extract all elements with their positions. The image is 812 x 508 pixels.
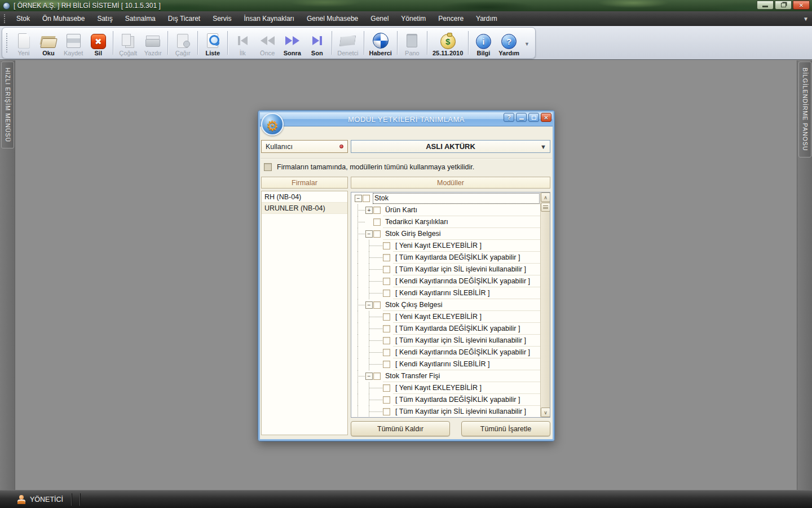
tree-item-checkbox[interactable]: [383, 266, 390, 273]
tree-item-label[interactable]: Stok Giriş Belgesi: [383, 228, 540, 240]
tree-expand-toggle[interactable]: +: [365, 207, 373, 214]
menu-item-genel-muhasebe[interactable]: Genel Muhasebe: [301, 11, 364, 26]
tree-item-checkbox[interactable]: [373, 373, 381, 380]
user-select[interactable]: ASLI AKTÜRK ▼: [351, 140, 550, 153]
dialog-maximize-button[interactable]: [528, 113, 539, 122]
toolbar-button-kaydet[interactable]: Kaydet: [61, 29, 86, 57]
tree-item-checkbox[interactable]: [373, 301, 381, 309]
toolbar-grip-handle[interactable]: [6, 33, 9, 52]
page-plus-icon: [173, 32, 192, 49]
firm-list-item[interactable]: URUNLER (NB-04): [262, 203, 347, 214]
tree-item-checkbox[interactable]: [383, 337, 390, 344]
scroll-up-button[interactable]: ∧: [541, 192, 550, 202]
toolbar-button-bilgi[interactable]: iBilgi: [471, 29, 496, 57]
close-button[interactable]: ✕: [793, 1, 810, 10]
dialog-minimize-button[interactable]: [516, 113, 527, 122]
info-panel-tab[interactable]: BİLGİLENDİRME PANOSU: [798, 62, 811, 157]
tree-item-label[interactable]: [ Kendi Kayıtlarında DEĞİŞİKLİK yapabili…: [393, 275, 540, 287]
toolbar-button-sil[interactable]: ✖Sil: [86, 29, 111, 57]
tree-item-checkbox[interactable]: [383, 396, 390, 404]
tree-item-checkbox[interactable]: [373, 218, 381, 226]
restore-button[interactable]: [775, 1, 792, 10]
menu-item-ön-muhasebe[interactable]: Ön Muhasebe: [36, 11, 91, 26]
tree-item-label[interactable]: [ Tüm Kayıtlarda DEĞİŞİKLİK yapabilir ]: [393, 323, 540, 335]
menu-item-satınalma[interactable]: Satınalma: [119, 11, 162, 26]
help-icon: ?: [501, 34, 517, 49]
menu-item-dış-ticaret[interactable]: Dış Ticaret: [162, 11, 206, 26]
toolbar-button-sonra[interactable]: Sonra: [280, 29, 304, 57]
tree-collapse-toggle[interactable]: −: [365, 301, 373, 309]
tree-item-checkbox[interactable]: [383, 278, 390, 285]
toolbar-button-çoğalt[interactable]: Çoğalt: [116, 29, 140, 57]
tree-item-label[interactable]: [ Kendi Kayıtlarını SİLEBİLİR ]: [393, 287, 540, 299]
tree-collapse-toggle[interactable]: −: [355, 195, 362, 202]
scrollbar-thumb[interactable]: [541, 203, 550, 212]
dialog-close-button[interactable]: ✕: [541, 113, 551, 122]
firm-list-item[interactable]: RH (NB-04): [262, 191, 347, 203]
tree-item-checkbox[interactable]: [383, 290, 390, 297]
tree-item-checkbox[interactable]: [383, 384, 390, 392]
delete-icon: ✖: [91, 34, 106, 49]
tree-item-label[interactable]: Stok: [372, 192, 540, 204]
menu-item-servis[interactable]: Servis: [206, 11, 237, 26]
tree-item-label[interactable]: [ Yeni Kayıt EKLEYEBİLİR ]: [393, 382, 540, 394]
menu-overflow-arrow-icon[interactable]: ▼: [803, 11, 809, 26]
toolbar-button-haberci[interactable]: Haberci: [367, 29, 395, 57]
minimize-button[interactable]: [757, 1, 774, 10]
tree-item-label[interactable]: [ Yeni Kayıt EKLEYEBİLİR ]: [393, 311, 540, 323]
clear-all-button[interactable]: Tümünü Kaldır: [351, 421, 450, 436]
tree-item-checkbox[interactable]: [383, 349, 390, 356]
toolbar-button-çağır[interactable]: Çağır: [170, 29, 195, 57]
menu-item-i̇nsan-kaynakları[interactable]: İnsan Kaynakları: [238, 11, 301, 26]
dialog-help-button[interactable]: ?: [504, 113, 514, 122]
tree-item-label[interactable]: [ Tüm Kayıtlarda DEĞİŞİKLİK yapabilir ]: [393, 394, 540, 406]
menu-item-yardım[interactable]: Yardım: [470, 11, 504, 26]
tree-item-checkbox[interactable]: [373, 230, 381, 238]
tree-item-label[interactable]: [ Tüm Kayıtlar için SİL işlevini kullana…: [393, 335, 540, 347]
menu-item-satış[interactable]: Satış: [91, 11, 118, 26]
menu-grip-handle[interactable]: [4, 14, 7, 23]
tree-item-label[interactable]: Stok Transfer Fişi: [383, 370, 540, 382]
tree-item-checkbox[interactable]: [383, 361, 390, 368]
quick-access-tab[interactable]: HIZLI ERİŞİM MENÜSÜ: [1, 62, 14, 148]
tree-item-checkbox[interactable]: [373, 207, 381, 214]
tree-item-checkbox[interactable]: [383, 325, 390, 332]
tree-item-checkbox[interactable]: [383, 408, 390, 415]
tree-item-label[interactable]: Stok Çıkış Belgesi: [383, 299, 540, 311]
menu-item-yönetim[interactable]: Yönetim: [395, 11, 432, 26]
toolbar-button-yardım[interactable]: ?Yardım: [496, 29, 522, 57]
toolbar-button-denetci[interactable]: Denetci: [334, 29, 361, 57]
select-all-button[interactable]: Tümünü İşaretle: [461, 421, 550, 436]
tree-item-checkbox[interactable]: [383, 313, 390, 321]
tree-collapse-toggle[interactable]: −: [365, 230, 373, 238]
menu-item-genel[interactable]: Genel: [364, 11, 395, 26]
tree-item-label[interactable]: [ Kendi Kayıtlarında DEĞİŞİKLİK yapabili…: [393, 347, 540, 358]
tree-item-checkbox[interactable]: [383, 242, 390, 249]
toolbar-button-yeni[interactable]: Yeni: [11, 29, 36, 57]
tree-item-label[interactable]: [ Tüm Kayıtlar için SİL işlevini kullana…: [393, 264, 540, 275]
tree-item-checkbox[interactable]: [363, 195, 370, 202]
tree-item-label[interactable]: [ Kendi Kayıtlarını SİLEBİLİR ]: [393, 358, 540, 370]
toolbar-button-pano[interactable]: Pano: [400, 29, 425, 57]
toolbar-button-oku[interactable]: Oku: [36, 29, 61, 57]
scroll-down-button[interactable]: ∨: [541, 408, 550, 417]
toolbar-button-liste[interactable]: Liste: [200, 29, 225, 57]
tree-collapse-toggle[interactable]: −: [365, 373, 373, 380]
tree-scrollbar[interactable]: ∧ ∨: [540, 192, 550, 417]
tree-item-label[interactable]: [ Tüm Kayıtlarda DEĞİŞİKLİK yapabilir ]: [393, 252, 540, 264]
toolbar-overflow-arrow-icon[interactable]: ▼: [524, 41, 529, 69]
menu-item-pencere[interactable]: Pencere: [432, 11, 470, 26]
toolbar-button-son[interactable]: Son: [304, 29, 329, 57]
toolbar-button-önce[interactable]: Önce: [255, 29, 280, 57]
all-permissions-checkbox[interactable]: [264, 163, 272, 171]
menu-item-stok[interactable]: Stok: [10, 11, 36, 26]
toolbar-button-25-11-2010[interactable]: $25.11.2010: [430, 29, 466, 57]
tree-item-label[interactable]: [ Yeni Kayıt EKLEYEBİLİR ]: [393, 240, 540, 252]
tree-row: −Stok: [351, 192, 540, 204]
tree-item-label[interactable]: Ürün Kartı: [383, 204, 540, 216]
tree-item-label[interactable]: [ Tüm Kayıtlar için SİL işlevini kullana…: [393, 406, 540, 418]
toolbar-button-yazdır[interactable]: Yazdır: [140, 29, 165, 57]
toolbar-button-i̇lk[interactable]: İlk: [230, 29, 255, 57]
tree-item-label[interactable]: Tedarikci Karşılıkları: [383, 216, 540, 228]
tree-item-checkbox[interactable]: [383, 254, 390, 261]
